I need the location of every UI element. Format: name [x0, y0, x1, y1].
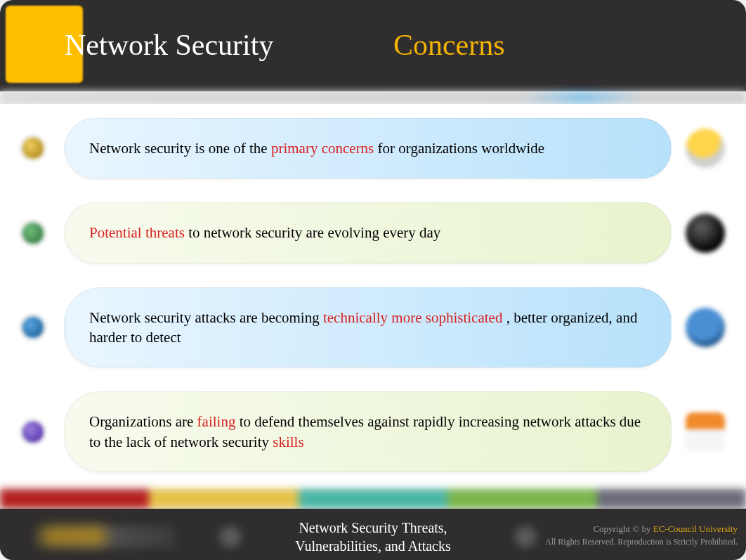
point-bubble: Network security attacks are becoming te… [65, 287, 672, 368]
point-row: Organizations are failing to defend them… [21, 391, 725, 472]
footer-line1: Network Security Threats, [299, 520, 447, 535]
point-bubble: Potential threats to network security ar… [65, 202, 672, 263]
text-segment: Organizations are [89, 413, 197, 430]
copyright-prefix: Copyright © by [593, 523, 653, 534]
text-segment: to network security are evolving every d… [188, 224, 440, 241]
text-highlight: failing [197, 413, 236, 430]
text-highlight: primary concerns [271, 140, 374, 157]
title-part-accent: Concerns [393, 29, 505, 61]
copyright-rights: All Rights Reserved. Reproduction is Str… [545, 537, 738, 547]
footer-line2: Vulnerabilities, and Attacks [295, 538, 451, 554]
text-segment: Network security is one of the [89, 140, 271, 157]
bullet-icon [21, 420, 45, 444]
text-highlight: Potential threats [89, 224, 185, 241]
point-row: Network security is one of the primary c… [21, 118, 725, 178]
slide-footer: Network Security Threats, Vulnerabilitie… [0, 509, 746, 560]
slide-body: Network security is one of the primary c… [0, 104, 746, 489]
shield-icon [686, 308, 725, 347]
bomb-icon [686, 214, 725, 253]
bullet-icon [21, 136, 45, 160]
slide-header: Network Security Concerns [0, 0, 746, 91]
point-bubble: Network security is one of the primary c… [65, 118, 672, 178]
point-row: Network security attacks are becoming te… [21, 287, 725, 368]
text-segment: Network security attacks are becoming [89, 309, 323, 326]
copyright-org: EC-Council University [653, 523, 738, 534]
slide-title: Network Security Concerns [65, 28, 505, 62]
bullet-icon [21, 221, 45, 245]
folder-icon [686, 412, 725, 452]
title-part-white: Network Security [65, 29, 273, 61]
text-segment: for organizations worldwide [378, 140, 545, 157]
bullet-icon [21, 315, 45, 339]
text-highlight: skills [273, 434, 303, 450]
idea-icon [686, 129, 725, 168]
decorative-strip [0, 91, 746, 104]
point-row: Potential threats to network security ar… [21, 202, 725, 263]
text-highlight: technically more sophisticated [323, 309, 502, 326]
footer-copyright: Copyright © by EC-Council University All… [545, 523, 738, 547]
decorative-color-bar [0, 489, 746, 509]
point-bubble: Organizations are failing to defend them… [65, 391, 672, 472]
